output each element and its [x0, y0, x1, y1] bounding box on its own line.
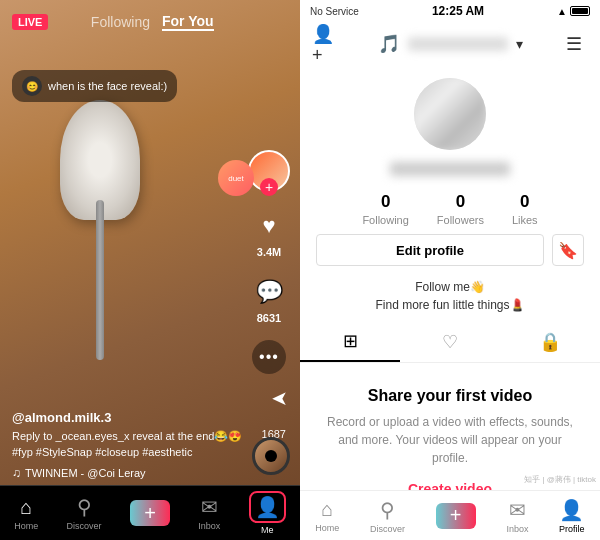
chevron-down-icon[interactable]: ▾ [516, 36, 523, 52]
nav-inbox-right[interactable]: ✉ Inbox [506, 498, 528, 534]
live-badge[interactable]: LIVE [12, 14, 48, 30]
me-highlight-border: 👤 [249, 491, 286, 523]
inbox-label-right: Inbox [506, 524, 528, 534]
following-stat: 0 Following [362, 192, 408, 226]
followers-count: 0 [456, 192, 465, 212]
nav-me-left[interactable]: 👤 Me [249, 491, 286, 535]
comment-button[interactable]: 💬 8631 [251, 274, 287, 324]
inbox-icon-right: ✉ [509, 498, 526, 522]
video-sound: ♫ TWINNEM - @Coi Leray [12, 466, 250, 480]
home-icon: ⌂ [20, 496, 32, 519]
battery-icon [570, 6, 590, 16]
sound-name: TWINNEM - @Coi Leray [25, 467, 146, 479]
profile-name-blurred [390, 162, 510, 176]
more-options-button[interactable]: ••• [252, 340, 286, 374]
profile-icon-right: 👤 [559, 498, 584, 522]
inbox-icon: ✉ [201, 495, 218, 519]
bio-line-1: Follow me👋 [316, 278, 584, 296]
followers-label: Followers [437, 214, 484, 226]
bio-line-2: Find more fun little things💄 [316, 296, 584, 314]
home-label: Home [14, 521, 38, 531]
profile-stats: 0 Following 0 Followers 0 Likes [300, 184, 600, 230]
music-note-icon: ♫ [12, 466, 21, 480]
profile-top-actions: 👤+ 🎵 ▾ ☰ [300, 22, 600, 66]
create-video-button-left[interactable]: + [130, 500, 170, 526]
empty-state-description: Record or upload a video with effects, s… [320, 413, 580, 467]
me-icon: 👤 [255, 496, 280, 518]
profile-label-right: Profile [559, 524, 585, 534]
profile-bio: Follow me👋 Find more fun little things💄 [300, 274, 600, 322]
edit-profile-button[interactable]: Edit profile [316, 234, 544, 266]
status-bar: No Service 12:25 AM ▲ [300, 0, 600, 22]
likes-label: Likes [512, 214, 538, 226]
brush-handle [96, 200, 104, 360]
tab-following[interactable]: Following [91, 14, 150, 30]
like-button[interactable]: ♥ 3.4M [251, 208, 287, 258]
followers-stat: 0 Followers [437, 192, 484, 226]
nav-home-left[interactable]: ⌂ Home [14, 496, 38, 531]
content-tabs: ⊞ ♡ 🔒 [300, 322, 600, 363]
heart-icon[interactable]: ♥ [251, 208, 287, 244]
share-button[interactable]: ➤ [271, 386, 288, 410]
nav-inbox-left[interactable]: ✉ Inbox [198, 495, 220, 531]
battery-fill [572, 8, 588, 14]
tab-liked[interactable]: ♡ [400, 322, 500, 362]
disc-center [265, 450, 277, 462]
nav-discover-left[interactable]: ⚲ Discover [67, 495, 102, 531]
home-label-right: Home [315, 523, 339, 533]
comment-icon[interactable]: 💬 [251, 274, 287, 310]
avatar-image-blurred [414, 78, 486, 150]
nav-home-right[interactable]: ⌂ Home [315, 498, 339, 533]
profile-action-buttons: Edit profile 🔖 [300, 230, 600, 274]
tab-videos[interactable]: ⊞ [300, 322, 400, 362]
comments-count: 8631 [257, 312, 281, 324]
feed-tabs: Following For You [91, 13, 214, 31]
bottom-nav-left: ⌂ Home ⚲ Discover + ✉ Inbox 👤 Me [0, 485, 300, 540]
video-username[interactable]: @almond.milk.3 [12, 410, 250, 425]
commenter-avatar: 😊 [22, 76, 42, 96]
profile-panel: No Service 12:25 AM ▲ 👤+ 🎵 ▾ ☰ 0 Follow [300, 0, 600, 540]
video-description: Reply to _ocean.eyes_x reveal at the end… [12, 429, 250, 460]
following-count: 0 [381, 192, 390, 212]
discover-icon: ⚲ [77, 495, 92, 519]
battery-area: ▲ [557, 6, 590, 17]
add-friend-button[interactable]: 👤+ [312, 30, 340, 58]
comment-bubble: 😊 when is the face reveal:) [12, 70, 177, 102]
sticker-badge: duet [218, 160, 254, 196]
creator-avatar-item[interactable]: + [248, 150, 290, 192]
current-time: 12:25 AM [432, 4, 484, 18]
profile-center-area: 🎵 ▾ [378, 33, 523, 55]
menu-button[interactable]: ☰ [560, 30, 588, 58]
watermark: 知乎 | @蔣伟 | tiktok [524, 474, 596, 485]
create-video-button-right[interactable]: + [436, 503, 476, 529]
tab-private[interactable]: 🔒 [500, 322, 600, 362]
tiktok-logo-icon: 🎵 [378, 33, 400, 55]
discover-label: Discover [67, 521, 102, 531]
me-label: Me [261, 525, 274, 535]
video-info: @almond.milk.3 Reply to _ocean.eyes_x re… [12, 410, 250, 480]
profile-username-blurred [408, 37, 508, 51]
creator-avatar[interactable]: + [248, 150, 290, 192]
nav-profile-right[interactable]: 👤 Profile [559, 498, 585, 534]
wifi-icon: ▲ [557, 6, 567, 17]
music-disc[interactable] [252, 437, 290, 475]
tab-for-you[interactable]: For You [162, 13, 214, 31]
following-label: Following [362, 214, 408, 226]
video-content [40, 80, 200, 380]
video-top-bar: LIVE Following For You [0, 0, 300, 44]
bookmark-button[interactable]: 🔖 [552, 234, 584, 266]
bottom-nav-right: ⌂ Home ⚲ Discover + ✉ Inbox 👤 Profile [300, 490, 600, 540]
signal-status: No Service [310, 6, 359, 17]
empty-state-title: Share your first video [320, 387, 580, 405]
inbox-label: Inbox [198, 521, 220, 531]
follow-plus-icon[interactable]: + [260, 178, 278, 196]
nav-discover-right[interactable]: ⚲ Discover [370, 498, 405, 534]
likes-count: 0 [520, 192, 529, 212]
discover-icon-right: ⚲ [380, 498, 395, 522]
likes-stat: 0 Likes [512, 192, 538, 226]
home-icon-right: ⌂ [321, 498, 333, 521]
video-feed-panel: LIVE Following For You 😊 when is the fac… [0, 0, 300, 540]
likes-count: 3.4M [257, 246, 281, 258]
discover-label-right: Discover [370, 524, 405, 534]
profile-name-section [300, 158, 600, 184]
